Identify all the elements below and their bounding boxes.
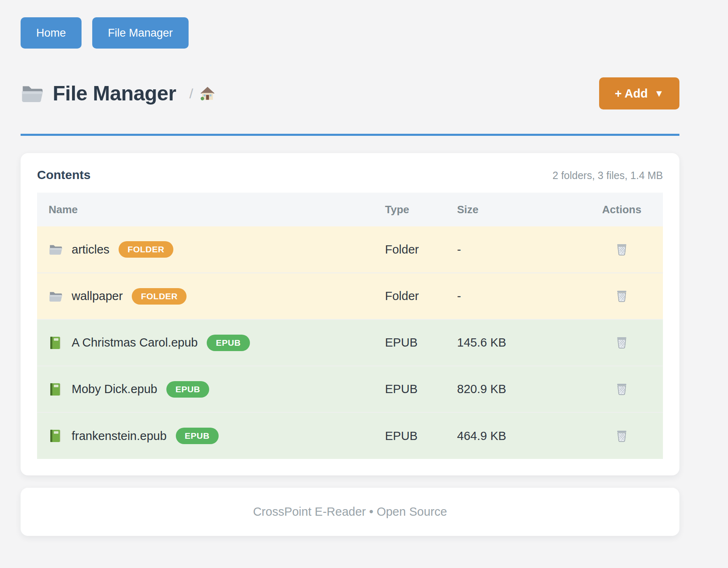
- folder-icon: [21, 82, 44, 105]
- breadcrumb: /: [189, 86, 215, 102]
- size-cell: -: [457, 226, 581, 273]
- type-cell: Folder: [385, 273, 457, 319]
- book-icon: [49, 382, 63, 396]
- contents-card: Contents 2 folders, 3 files, 1.4 MB Name…: [21, 153, 679, 475]
- panel-title: Contents: [37, 168, 91, 182]
- contents-summary: 2 folders, 3 files, 1.4 MB: [553, 170, 663, 182]
- table-row: Moby Dick.epub EPUB EPUB 820.9 KB: [37, 366, 663, 412]
- add-button-label: + Add: [615, 87, 648, 100]
- folder-icon: [49, 242, 63, 256]
- trash-icon: [615, 429, 628, 442]
- footer-text: CrossPoint E-Reader • Open Source: [253, 505, 447, 519]
- folder-icon: [49, 289, 63, 303]
- file-name-link[interactable]: articles: [72, 243, 110, 256]
- delete-button[interactable]: [613, 287, 631, 305]
- table-body: articles FOLDER Folder - wallpaper FOLDE…: [37, 226, 663, 459]
- title-row: File Manager / + Add ▼: [21, 77, 679, 109]
- table-row: frankenstein.epub EPUB EPUB 464.9 KB: [37, 412, 663, 459]
- delete-button[interactable]: [613, 333, 631, 352]
- type-cell: EPUB: [385, 412, 457, 459]
- type-cell: EPUB: [385, 366, 457, 412]
- file-table: Name Type Size Actions articles FOLDER F…: [37, 193, 663, 459]
- nav-home-button[interactable]: Home: [21, 17, 82, 49]
- file-name-link[interactable]: Moby Dick.epub: [72, 382, 157, 396]
- column-header-actions: Actions: [581, 193, 663, 226]
- delete-button[interactable]: [613, 427, 631, 445]
- trash-icon: [615, 243, 628, 256]
- delete-button[interactable]: [613, 240, 631, 258]
- table-row: wallpaper FOLDER Folder -: [37, 273, 663, 319]
- delete-button[interactable]: [613, 380, 631, 398]
- panel-header: Contents 2 folders, 3 files, 1.4 MB: [37, 168, 663, 193]
- size-cell: -: [457, 273, 581, 319]
- size-cell: 145.6 KB: [457, 319, 581, 366]
- book-icon: [49, 336, 63, 350]
- breadcrumb-separator: /: [189, 86, 193, 102]
- file-name-link[interactable]: wallpaper: [72, 289, 123, 303]
- trash-icon: [615, 289, 628, 303]
- size-cell: 820.9 KB: [457, 366, 581, 412]
- add-button[interactable]: + Add ▼: [599, 77, 679, 109]
- column-header-type: Type: [385, 193, 457, 226]
- chevron-down-icon: ▼: [654, 88, 664, 99]
- type-badge: FOLDER: [119, 241, 173, 258]
- type-badge: FOLDER: [132, 288, 187, 305]
- type-badge: EPUB: [176, 428, 219, 444]
- trash-icon: [615, 336, 628, 349]
- size-cell: 464.9 KB: [457, 412, 581, 459]
- home-icon[interactable]: [200, 86, 215, 101]
- column-header-size: Size: [457, 193, 581, 226]
- nav-file-manager-button[interactable]: File Manager: [92, 17, 189, 49]
- trash-icon: [615, 382, 628, 396]
- file-name-link[interactable]: A Christmas Carol.epub: [72, 336, 198, 349]
- type-cell: Folder: [385, 226, 457, 273]
- page-title: File Manager: [53, 81, 176, 105]
- table-header-row: Name Type Size Actions: [37, 193, 663, 226]
- top-nav: Home File Manager: [21, 17, 679, 49]
- type-cell: EPUB: [385, 319, 457, 366]
- title-underline: [21, 134, 679, 136]
- type-badge: EPUB: [166, 381, 209, 398]
- column-header-name: Name: [37, 193, 385, 226]
- table-row: articles FOLDER Folder -: [37, 226, 663, 273]
- page: Home File Manager File Manager /: [21, 0, 679, 536]
- type-badge: EPUB: [207, 335, 250, 351]
- table-row: A Christmas Carol.epub EPUB EPUB 145.6 K…: [37, 319, 663, 366]
- file-name-link[interactable]: frankenstein.epub: [72, 429, 167, 443]
- footer: CrossPoint E-Reader • Open Source: [21, 488, 679, 536]
- book-icon: [49, 429, 63, 443]
